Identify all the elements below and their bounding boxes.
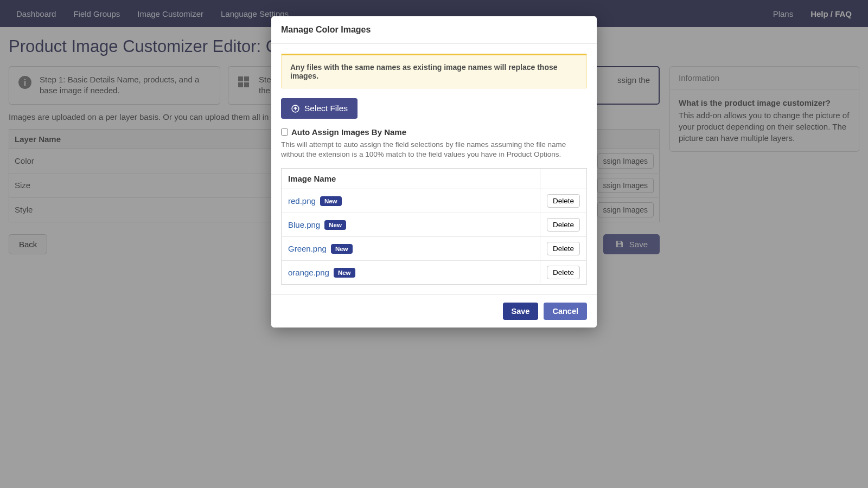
files-table: Image Name red.pngNew Delete Blue.pngNew… <box>281 168 587 285</box>
file-row: Green.pngNew Delete <box>282 237 587 261</box>
modal-cancel-button[interactable]: Cancel <box>544 303 587 320</box>
auto-assign-checkbox[interactable] <box>281 129 288 136</box>
replace-warning: Any files with the same names as existin… <box>281 54 587 88</box>
file-link[interactable]: Green.png <box>288 244 327 253</box>
auto-assign-label: Auto Assign Images By Name <box>291 127 406 137</box>
file-link[interactable]: Blue.png <box>288 220 320 229</box>
select-files-label: Select Files <box>304 104 348 113</box>
delete-file-button[interactable]: Delete <box>547 218 580 232</box>
new-badge: New <box>320 196 342 206</box>
new-badge: New <box>331 244 353 254</box>
delete-file-button[interactable]: Delete <box>547 242 580 255</box>
new-badge: New <box>324 220 346 230</box>
delete-file-button[interactable]: Delete <box>547 194 580 208</box>
file-row: red.pngNew Delete <box>282 189 587 213</box>
upload-icon <box>291 104 300 113</box>
select-files-button[interactable]: Select Files <box>281 98 358 119</box>
auto-assign-hint: This will attempt to auto assign the fie… <box>281 140 587 159</box>
file-row: orange.pngNew Delete <box>282 261 587 285</box>
modal-save-button[interactable]: Save <box>503 303 539 320</box>
file-row: Blue.pngNew Delete <box>282 213 587 237</box>
delete-file-button[interactable]: Delete <box>547 266 580 279</box>
files-header-name: Image Name <box>282 169 540 189</box>
manage-images-modal: Manage Color Images Any files with the s… <box>271 16 597 328</box>
file-link[interactable]: orange.png <box>288 268 329 277</box>
modal-title: Manage Color Images <box>271 16 597 44</box>
new-badge: New <box>334 268 355 278</box>
file-link[interactable]: red.png <box>288 196 316 206</box>
